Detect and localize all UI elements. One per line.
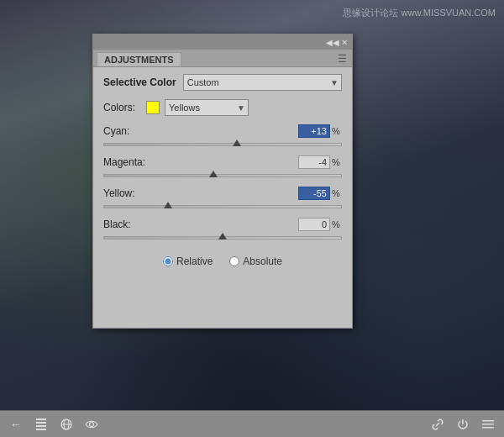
toolbar-globe-btn[interactable] xyxy=(57,415,76,434)
svg-rect-3 xyxy=(36,429,46,430)
black-label: Black: xyxy=(103,218,150,230)
empty-space xyxy=(103,267,342,318)
toolbar-layer-btn[interactable] xyxy=(32,415,50,434)
cyan-label: Cyan: xyxy=(103,125,150,137)
preset-select[interactable]: Custom Default xyxy=(183,74,342,91)
yellow-slider-section: Yellow: % xyxy=(103,187,342,213)
black-value-input[interactable] xyxy=(298,218,330,231)
magenta-slider-section: Magenta: % xyxy=(103,155,342,182)
yellow-value-input[interactable] xyxy=(298,187,330,200)
colors-row: Colors: Reds Yellows Greens Cyans Blues … xyxy=(103,99,342,116)
color-swatch-yellow xyxy=(146,101,160,114)
black-pct-label: % xyxy=(332,219,342,229)
cyan-track-wrapper[interactable] xyxy=(103,139,342,150)
magenta-track-wrapper[interactable] xyxy=(103,170,342,182)
magenta-thumb[interactable] xyxy=(209,171,218,177)
panel-collapse-btn[interactable]: ◀◀ xyxy=(328,38,337,46)
svg-rect-0 xyxy=(36,422,46,424)
cyan-row-top: Cyan: % xyxy=(103,124,342,138)
magenta-value-input[interactable] xyxy=(298,155,330,169)
toolbar-back-btn[interactable]: ← xyxy=(7,415,25,434)
adjustments-tab[interactable]: ADJUSTMENTS xyxy=(97,52,181,66)
magenta-label: Magenta: xyxy=(103,156,150,168)
colors-select[interactable]: Reds Yellows Greens Cyans Blues Magentas… xyxy=(165,99,249,116)
colors-select-wrapper: Reds Yellows Greens Cyans Blues Magentas… xyxy=(165,99,249,116)
yellow-value-wrapper: % xyxy=(298,187,342,200)
bottom-toolbar: ← xyxy=(0,410,504,437)
black-track-wrapper[interactable] xyxy=(103,232,342,244)
svg-rect-2 xyxy=(36,419,46,420)
adjustments-panel: ◀◀ ✕ ADJUSTMENTS ☰ Selective Color Custo… xyxy=(92,34,353,329)
yellow-track xyxy=(103,205,342,208)
sc-header: Selective Color Custom Default ▼ xyxy=(103,74,342,91)
absolute-radio[interactable] xyxy=(229,256,239,266)
toolbar-eye-btn[interactable] xyxy=(82,415,101,434)
absolute-label: Absolute xyxy=(243,255,282,267)
panel-close-btn[interactable]: ✕ xyxy=(340,38,349,46)
black-slider-section: Black: % xyxy=(103,218,342,244)
svg-point-7 xyxy=(90,422,94,426)
black-value-wrapper: % xyxy=(298,218,342,231)
method-radio-row: Relative Absolute xyxy=(103,255,342,267)
absolute-option[interactable]: Absolute xyxy=(229,255,282,267)
black-thumb[interactable] xyxy=(218,233,227,240)
toolbar-power-btn[interactable] xyxy=(454,415,472,434)
yellow-thumb[interactable] xyxy=(164,202,172,208)
panel-body: Selective Color Custom Default ▼ Colors:… xyxy=(93,67,352,328)
svg-rect-8 xyxy=(482,420,494,422)
panel-titlebar: ◀◀ ✕ xyxy=(93,34,352,50)
toolbar-menu-btn[interactable] xyxy=(479,415,497,434)
panel-menu-icon[interactable]: ☰ xyxy=(336,51,349,66)
yellow-pct-label: % xyxy=(332,188,342,198)
cyan-thumb[interactable] xyxy=(233,140,241,146)
preset-select-wrapper: Custom Default ▼ xyxy=(183,74,342,91)
cyan-pct-label: % xyxy=(332,126,342,136)
black-row-top: Black: % xyxy=(103,218,342,231)
selective-color-label: Selective Color xyxy=(103,76,176,88)
cyan-value-wrapper: % xyxy=(298,124,342,138)
black-track xyxy=(103,236,342,240)
magenta-track xyxy=(103,174,342,177)
cyan-value-input[interactable] xyxy=(298,124,330,138)
yellow-row-top: Yellow: % xyxy=(103,187,342,200)
colors-label: Colors: xyxy=(103,102,141,113)
magenta-pct-label: % xyxy=(332,157,342,167)
yellow-track-wrapper[interactable] xyxy=(103,201,342,213)
svg-rect-9 xyxy=(482,424,494,425)
svg-rect-1 xyxy=(36,425,46,427)
cyan-slider-section: Cyan: % xyxy=(103,124,342,150)
relative-label: Relative xyxy=(176,255,213,267)
toolbar-link-btn[interactable] xyxy=(428,415,447,434)
cyan-track xyxy=(103,143,342,146)
magenta-row-top: Magenta: % xyxy=(103,155,342,169)
relative-radio[interactable] xyxy=(163,256,173,266)
svg-rect-10 xyxy=(482,427,494,429)
panel-tab-row: ADJUSTMENTS ☰ xyxy=(93,50,352,67)
magenta-value-wrapper: % xyxy=(298,155,342,169)
yellow-label: Yellow: xyxy=(103,187,150,199)
watermark: 思缘设计论坛 www.MISSVUAN.COM xyxy=(343,7,496,19)
relative-option[interactable]: Relative xyxy=(163,255,213,267)
